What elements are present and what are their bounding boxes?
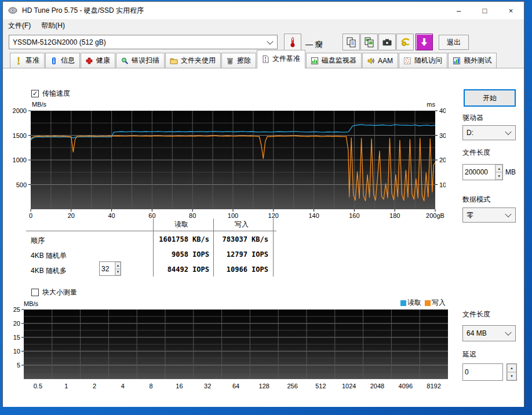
random-single-write-value: 12797 IOPS	[217, 250, 268, 259]
minimize-button[interactable]: –	[446, 2, 472, 19]
delay-input[interactable]	[463, 364, 502, 380]
folder-usage-icon	[170, 57, 178, 65]
tab-extra-tests[interactable]: 额外测试	[448, 53, 497, 68]
svg-text:2048: 2048	[370, 383, 384, 389]
device-select-value: YSSDM-512GN2000 (512 gB)	[13, 38, 106, 46]
delay-spinner[interactable]: ▲▼	[507, 363, 517, 381]
tab-label: 随机访问	[414, 56, 442, 65]
screenshot-icon	[381, 37, 393, 48]
file-length2-label: 文件长度	[462, 310, 490, 319]
aam-icon	[367, 57, 375, 65]
svg-text:40: 40	[439, 107, 446, 114]
block-size-label: 块大小测量	[42, 287, 77, 297]
queue-depth-input[interactable]	[100, 262, 115, 275]
svg-text:15: 15	[13, 334, 20, 341]
random-multi-write-value: 10966 IOPS	[217, 265, 268, 274]
results-table: 读取 写入 顺序 1601758 KB/s 783037 KB/s 4KB 随机…	[26, 219, 276, 279]
start-button[interactable]: 开始	[464, 89, 516, 107]
update-button[interactable]	[416, 34, 433, 50]
health-icon	[85, 57, 93, 65]
tab-label: 基准	[25, 56, 39, 65]
tab-label: 磁盘监视器	[322, 56, 356, 65]
svg-text:8192: 8192	[427, 383, 440, 389]
menu-file[interactable]: 文件(F)	[3, 19, 36, 32]
block-size-checkbox-row[interactable]: 块大小测量	[31, 287, 77, 297]
tab-label: 文件基准	[272, 54, 300, 64]
file-length-unit: MB	[505, 168, 516, 176]
exit-button[interactable]: 退出	[439, 35, 469, 50]
svg-text:1500: 1500	[13, 132, 27, 139]
block-size-checkbox[interactable]	[31, 289, 39, 296]
row-4kb-multi-label: 4KB 随机多	[31, 266, 67, 276]
temperature-button[interactable]	[284, 34, 301, 50]
svg-text:10: 10	[13, 348, 20, 355]
data-mode-select[interactable]: 零	[462, 208, 516, 223]
file-length2-select[interactable]: 64 MB	[462, 325, 516, 341]
delay-label: 延迟	[462, 350, 476, 359]
drive-select-value: D:	[467, 129, 473, 137]
tab-label: 错误扫描	[132, 56, 159, 65]
tab-folder-usage[interactable]: 文件夹使用	[165, 53, 221, 68]
disk-monitor-icon	[311, 57, 319, 65]
table-divider	[213, 219, 214, 276]
device-select[interactable]: YSSDM-512GN2000 (512 gB)	[9, 35, 278, 49]
tab-info[interactable]: 信息	[45, 53, 80, 68]
benchmark-icon	[14, 57, 23, 65]
copy-text-button[interactable]	[342, 34, 360, 50]
screenshot-button[interactable]	[378, 34, 396, 50]
tab-random-access[interactable]: 随机访问	[399, 53, 447, 68]
svg-text:180: 180	[389, 212, 400, 219]
copy-image-button[interactable]	[360, 34, 378, 50]
file-length-spinner[interactable]: ▲▼	[462, 164, 503, 180]
file-length-input[interactable]	[463, 165, 495, 180]
temperature-value: — 癵	[305, 39, 323, 50]
tab-aam[interactable]: AAM	[362, 53, 398, 68]
drive-select[interactable]: D:	[462, 125, 516, 140]
svg-text:20: 20	[439, 156, 446, 163]
svg-text:16: 16	[176, 383, 183, 389]
svg-text:20: 20	[13, 320, 20, 327]
tab-label: 健康	[96, 56, 110, 65]
file-length2-select-value: 64 MB	[467, 329, 487, 337]
svg-text:MB/s: MB/s	[32, 101, 47, 108]
tab-erase[interactable]: 擦除	[221, 53, 256, 68]
donate-button[interactable]	[396, 34, 414, 50]
chevron-down-icon	[267, 38, 273, 44]
tab-error-scan[interactable]: 错误扫描	[116, 53, 165, 68]
svg-text:512: 512	[315, 383, 326, 389]
row-sequential-label: 顺序	[31, 236, 45, 246]
queue-depth-spinner[interactable]: ▲▼	[99, 261, 121, 276]
svg-text:30: 30	[439, 132, 446, 139]
app-window: HD Tune Pro 5.75 - 硬盘/SSD 实用程序 – □ × 文件(…	[2, 1, 524, 406]
svg-text:ms: ms	[427, 101, 435, 108]
tab-bar: 基准 信息 健康 错误扫描 文件夹使用 擦除 文件基准 磁盘监视器	[3, 53, 524, 68]
tab-health[interactable]: 健康	[81, 53, 115, 68]
tab-label: 文件夹使用	[181, 56, 216, 65]
tab-file-benchmark[interactable]: 文件基准	[257, 50, 305, 68]
transfer-speed-checkbox[interactable]: ✓	[31, 90, 39, 97]
svg-text:25: 25	[13, 306, 20, 313]
spin-up-icon[interactable]: ▲	[507, 364, 516, 372]
data-mode-select-value: 零	[467, 210, 473, 220]
delay-input-box[interactable]	[462, 363, 503, 381]
donate-icon	[399, 37, 411, 48]
random-multi-read-value: 84492 IOPS	[119, 265, 209, 274]
error-scan-icon	[121, 57, 129, 65]
tab-benchmark[interactable]: 基准	[10, 53, 45, 68]
chevron-down-icon	[505, 211, 511, 217]
spin-up-icon[interactable]: ▲	[495, 165, 502, 172]
write-column-header: 写入	[235, 220, 249, 230]
block-size-chart: 5101520250.51248163264128256512102420484…	[6, 299, 454, 391]
title-bar[interactable]: HD Tune Pro 5.75 - 硬盘/SSD 实用程序 – □ ×	[3, 2, 524, 19]
svg-text:64: 64	[232, 383, 239, 389]
close-button[interactable]: ×	[498, 2, 524, 19]
sequential-read-value: 1601758 KB/s	[119, 235, 209, 243]
tab-label: 额外测试	[464, 56, 491, 65]
menu-help[interactable]: 帮助(H)	[36, 19, 70, 32]
transfer-speed-checkbox-row[interactable]: ✓ 传输速度	[31, 89, 70, 99]
spin-down-icon[interactable]: ▼	[495, 172, 502, 180]
maximize-button[interactable]: □	[472, 2, 498, 19]
tab-disk-monitor[interactable]: 磁盘监视器	[306, 53, 362, 68]
svg-text:2000: 2000	[13, 107, 27, 114]
spin-down-icon[interactable]: ▼	[507, 372, 516, 380]
